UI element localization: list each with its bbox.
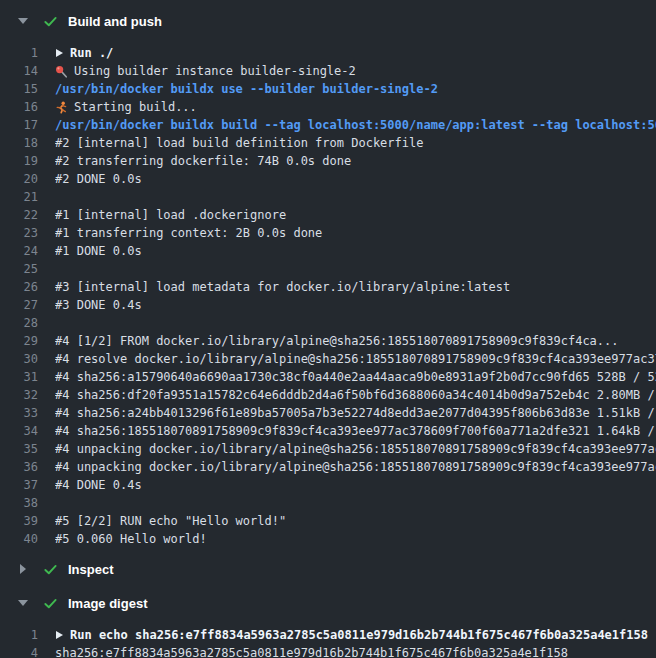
log-line: 36 #4 unpacking docker.io/library/alpine… [0, 458, 656, 476]
line-number[interactable]: 36 [0, 458, 38, 476]
log-line: 22 #1 [internal] load .dockerignore [0, 206, 656, 224]
line-content: #4 sha256:df20fa9351a15782c64e6dddb2d4a6… [55, 386, 656, 404]
line-text: #2 [internal] load build definition from… [55, 134, 423, 152]
log-lines: 1 Run ./ 14 Using builder instance build… [0, 34, 656, 556]
log-section-inspect: Inspect [0, 556, 656, 582]
line-text: #1 DONE 0.0s [55, 242, 142, 260]
line-text: #4 [1/2] FROM docker.io/library/alpine@s… [55, 332, 619, 350]
log-line: 29 #4 [1/2] FROM docker.io/library/alpin… [0, 332, 656, 350]
line-content: #4 resolve docker.io/library/alpine@sha2… [55, 350, 656, 368]
log-section-build-and-push: Build and push 1 Run ./ 14 Using builder… [0, 8, 656, 556]
line-text: #4 sha256:185518070891758909c9f839cf4ca3… [55, 422, 656, 440]
line-number[interactable]: 18 [0, 134, 38, 152]
line-content: #2 DONE 0.0s [55, 170, 656, 188]
line-number[interactable]: 38 [0, 494, 38, 512]
line-number[interactable]: 1 [0, 626, 38, 644]
line-text: #4 resolve docker.io/library/alpine@sha2… [55, 350, 656, 368]
workflow-log-viewer: Build and push 1 Run ./ 14 Using builder… [0, 0, 656, 658]
line-content: #1 transferring context: 2B 0.0s done [55, 224, 656, 242]
line-number[interactable]: 29 [0, 332, 38, 350]
line-content: #4 unpacking docker.io/library/alpine@sh… [55, 440, 656, 458]
line-text: #4 sha256:df20fa9351a15782c64e6dddb2d4a6… [55, 386, 656, 404]
section-header-image-digest[interactable]: Image digest [0, 590, 656, 616]
line-number[interactable]: 27 [0, 296, 38, 314]
section-header-inspect[interactable]: Inspect [0, 556, 656, 582]
line-content: /usr/bin/docker buildx use --builder bui… [55, 80, 656, 98]
line-number[interactable]: 16 [0, 98, 38, 116]
line-number[interactable]: 39 [0, 512, 38, 530]
log-line: 4 sha256:e7ff8834a5963a2785c5a0811e979d1… [0, 644, 656, 658]
log-line: 32 #4 sha256:df20fa9351a15782c64e6dddb2d… [0, 386, 656, 404]
line-text: Run ./ [70, 44, 113, 62]
line-number[interactable]: 32 [0, 386, 38, 404]
log-line: 16 Starting build... [0, 98, 656, 116]
success-check-icon [42, 562, 58, 577]
section-title: Inspect [68, 562, 114, 577]
log-line: 20 #2 DONE 0.0s [0, 170, 656, 188]
line-number[interactable]: 37 [0, 476, 38, 494]
expand-group-arrow-icon[interactable] [56, 631, 63, 639]
line-text: /usr/bin/docker buildx build --tag local… [55, 116, 656, 134]
section-header-build-and-push[interactable]: Build and push [0, 8, 656, 34]
line-number[interactable]: 4 [0, 644, 38, 658]
line-text: #4 sha256:a15790640a6690aa1730c38cf0a440… [55, 368, 656, 386]
line-text: /usr/bin/docker buildx use --builder bui… [55, 80, 438, 98]
line-number[interactable]: 31 [0, 368, 38, 386]
log-line: 18 #2 [internal] load build definition f… [0, 134, 656, 152]
line-number[interactable]: 28 [0, 314, 38, 332]
line-number[interactable]: 14 [0, 62, 38, 80]
log-line: 33 #4 sha256:a24bb4013296f61e89ba57005a7… [0, 404, 656, 422]
line-content: #3 [internal] load metadata for docker.i… [55, 278, 656, 296]
line-number[interactable]: 21 [0, 188, 38, 206]
line-content: #4 sha256:a15790640a6690aa1730c38cf0a440… [55, 368, 656, 386]
log-line: 35 #4 unpacking docker.io/library/alpine… [0, 440, 656, 458]
line-content: #1 DONE 0.0s [55, 242, 656, 260]
log-line: 23 #1 transferring context: 2B 0.0s done [0, 224, 656, 242]
line-number[interactable]: 40 [0, 530, 38, 548]
line-content: Using builder instance builder-single-2 [55, 62, 656, 80]
line-number[interactable]: 22 [0, 206, 38, 224]
line-content: Run ./ [55, 44, 656, 62]
line-text: #4 unpacking docker.io/library/alpine@sh… [55, 440, 656, 458]
log-line: 27 #3 DONE 0.4s [0, 296, 656, 314]
line-content: #2 transferring dockerfile: 74B 0.0s don… [55, 152, 656, 170]
log-line: 37 #4 DONE 0.4s [0, 476, 656, 494]
line-number[interactable]: 15 [0, 80, 38, 98]
success-check-icon [42, 14, 58, 29]
line-content: sha256:e7ff8834a5963a2785c5a0811e979d16b… [55, 644, 656, 658]
line-number[interactable]: 19 [0, 152, 38, 170]
log-line: 19 #2 transferring dockerfile: 74B 0.0s … [0, 152, 656, 170]
log-lines: 1 Run echo sha256:e7ff8834a5963a2785c5a0… [0, 616, 656, 658]
line-text: #4 unpacking docker.io/library/alpine@sh… [55, 458, 656, 476]
line-number[interactable]: 17 [0, 116, 38, 134]
line-content: #4 unpacking docker.io/library/alpine@sh… [55, 458, 656, 476]
log-line: 28 [0, 314, 656, 332]
line-number[interactable]: 34 [0, 422, 38, 440]
line-content: #4 sha256:a24bb4013296f61e89ba57005a7b3e… [55, 404, 656, 422]
line-number[interactable]: 26 [0, 278, 38, 296]
line-number[interactable]: 20 [0, 170, 38, 188]
line-text: #5 [2/2] RUN echo "Hello world!" [55, 512, 286, 530]
line-text: #2 DONE 0.0s [55, 170, 142, 188]
line-number[interactable]: 35 [0, 440, 38, 458]
line-number[interactable]: 25 [0, 260, 38, 278]
line-text: #3 [internal] load metadata for docker.i… [55, 278, 510, 296]
line-number[interactable]: 33 [0, 404, 38, 422]
line-text: #5 0.060 Hello world! [55, 530, 207, 548]
line-number[interactable]: 24 [0, 242, 38, 260]
line-text: sha256:e7ff8834a5963a2785c5a0811e979d16b… [55, 644, 568, 658]
line-content: #2 [internal] load build definition from… [55, 134, 656, 152]
line-text: #3 DONE 0.4s [55, 296, 142, 314]
line-number[interactable]: 23 [0, 224, 38, 242]
line-content: #5 0.060 Hello world! [55, 530, 656, 548]
expand-group-arrow-icon[interactable] [56, 49, 63, 57]
line-number[interactable]: 30 [0, 350, 38, 368]
line-number[interactable]: 1 [0, 44, 38, 62]
log-line: 17 /usr/bin/docker buildx build --tag lo… [0, 116, 656, 134]
line-text: #4 DONE 0.4s [55, 476, 142, 494]
success-check-icon [42, 596, 58, 611]
section-title: Image digest [68, 596, 147, 611]
line-text: Using builder instance builder-single-2 [74, 62, 356, 80]
line-text: #4 sha256:a24bb4013296f61e89ba57005a7b3e… [55, 404, 656, 422]
log-line: 1 Run echo sha256:e7ff8834a5963a2785c5a0… [0, 626, 656, 644]
